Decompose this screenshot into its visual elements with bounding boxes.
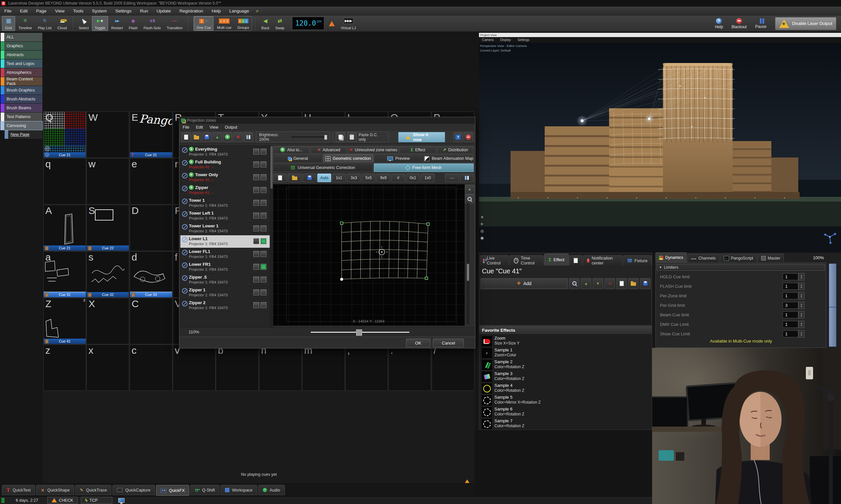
bpm-display[interactable]: 120.0BPM bbox=[292, 17, 324, 30]
eye-icon[interactable]: ◉ bbox=[480, 236, 484, 240]
grid-cell-A[interactable]: ACue 21 bbox=[44, 205, 86, 251]
zone-checkbox-1[interactable] bbox=[253, 264, 259, 270]
zone-checkbox-2[interactable] bbox=[260, 149, 267, 155]
check-button[interactable]: CHECK bbox=[47, 497, 78, 504]
orbit-icon[interactable]: ◎ bbox=[480, 229, 484, 233]
toolbar-button-restart[interactable]: Restart bbox=[109, 16, 125, 31]
mesh-zoom-button[interactable] bbox=[465, 194, 474, 204]
zone-row-zipper-2[interactable]: Zipper 2Projector 1: FB4 15473 bbox=[181, 299, 270, 312]
copy-button[interactable] bbox=[336, 132, 345, 142]
toolbar-button-select[interactable]: Select bbox=[76, 16, 92, 31]
master-slider[interactable] bbox=[829, 264, 836, 347]
quick-tab-quickcapture[interactable]: QuickCapture bbox=[113, 485, 155, 495]
menu-item-view[interactable]: View bbox=[51, 6, 69, 15]
favorite-effect-sample-2[interactable]: Sample 2Color+Rotation Z bbox=[480, 359, 651, 371]
quick-tab-quicktrace[interactable]: QuickTrace bbox=[75, 485, 111, 495]
menu-item-run[interactable]: Run bbox=[136, 6, 152, 15]
favorite-effect-sample-3[interactable]: Sample 3Color+Rotation Z bbox=[480, 371, 651, 382]
add-effect-button[interactable]: +Add bbox=[481, 278, 568, 289]
grid-cell-c[interactable]: c bbox=[130, 344, 172, 391]
zone-checkbox-1[interactable] bbox=[253, 187, 259, 193]
mesh-grid-3x3[interactable]: 3x3 bbox=[347, 174, 361, 182]
zone-disable-icon[interactable] bbox=[182, 147, 188, 153]
grid-cell-Z[interactable]: ZCue 413 bbox=[44, 298, 86, 344]
grid-cell-z[interactable]: z bbox=[44, 344, 86, 391]
mesh-editor-canvas[interactable] bbox=[273, 184, 465, 326]
virtual-lj-button[interactable]: Virtual LJ bbox=[338, 16, 358, 31]
zone-checkbox-2[interactable] bbox=[260, 200, 267, 206]
tab-document[interactable] bbox=[569, 255, 582, 266]
zone-checkbox-2[interactable] bbox=[260, 251, 267, 257]
zone-disable-icon[interactable] bbox=[182, 263, 188, 268]
limiter-value-input[interactable]: 1 bbox=[783, 311, 798, 318]
mesh-grid-9x9[interactable]: 9x9 bbox=[377, 174, 390, 182]
grid-cell-D[interactable]: D bbox=[130, 205, 172, 251]
sidebar-item-brush-beams[interactable]: Brush Beams bbox=[1, 104, 42, 112]
zone-checkbox-1[interactable] bbox=[253, 276, 259, 283]
favorite-effect-sample-6[interactable]: Sample 6Color+Rotation Z bbox=[480, 406, 651, 418]
dialog-menu-view[interactable]: View bbox=[206, 125, 222, 130]
new-effect-button[interactable] bbox=[616, 278, 627, 289]
tab-time-control[interactable]: Time Control bbox=[510, 255, 544, 266]
grid-cell-w[interactable]: w bbox=[86, 158, 129, 204]
zone-checkbox-2[interactable] bbox=[260, 226, 267, 231]
zone-row-tower-only[interactable]: Tower OnlyProjector 41: -- bbox=[181, 171, 270, 184]
zone-disable-icon[interactable] bbox=[182, 275, 188, 281]
tab-dynamics[interactable]: Dynamics bbox=[655, 252, 687, 263]
toolbar-button-transition[interactable]: Transition bbox=[164, 16, 185, 31]
zone-disable-icon[interactable] bbox=[182, 250, 188, 255]
favorite-effect-sample-7[interactable]: Sample 7Color+Rotation Z bbox=[480, 418, 651, 430]
grid-cell-E[interactable]: EPangoCue 31 bbox=[130, 111, 172, 158]
paste-button[interactable] bbox=[347, 132, 357, 142]
zone-disable-icon[interactable] bbox=[182, 211, 188, 217]
limiter-value-input[interactable]: 1 bbox=[783, 330, 798, 337]
tab-effect[interactable]: Effect bbox=[399, 146, 436, 154]
dialog-help-button[interactable] bbox=[453, 132, 463, 142]
zone-checkbox-2[interactable] bbox=[260, 276, 267, 283]
grid-cell-b[interactable]: b bbox=[216, 344, 259, 391]
quick-tab-q-shift[interactable]: Q-Shift bbox=[190, 485, 220, 495]
zone-disable-icon[interactable] bbox=[182, 173, 188, 179]
limiter-spinner[interactable]: ▲▼ bbox=[798, 292, 805, 300]
tab-advanced[interactable]: Advanced bbox=[310, 146, 347, 154]
show-it-now-button[interactable]: Show it now bbox=[398, 132, 445, 142]
tab-pangoscript[interactable]: PangoScript bbox=[720, 254, 757, 263]
mesh-more-button[interactable] bbox=[445, 174, 459, 182]
mesh-zoom-slider[interactable] bbox=[311, 332, 409, 333]
zone-checkbox-2[interactable] bbox=[260, 302, 267, 308]
zone-checkbox-2[interactable] bbox=[260, 174, 267, 180]
zone-row-tower-left-1[interactable]: Tower Left 1Projector 1: FB4 15473 bbox=[181, 210, 270, 222]
zone-checkbox-1[interactable] bbox=[253, 251, 259, 257]
limiter-spinner[interactable]: ▲▼ bbox=[798, 283, 805, 290]
zone-disable-icon[interactable] bbox=[182, 224, 188, 230]
preview-3d-scene[interactable] bbox=[479, 43, 841, 253]
remote-display-icon[interactable] bbox=[118, 498, 124, 503]
mesh-panes-button[interactable] bbox=[460, 174, 474, 182]
zone-disable-icon[interactable] bbox=[182, 186, 188, 191]
grid-cell-q[interactable]: q bbox=[44, 158, 86, 204]
project-view-menu-settings[interactable]: Settings bbox=[514, 38, 532, 42]
zone-row-zipper[interactable]: ZipperProjector 41: -- bbox=[181, 184, 270, 197]
menu-item-system[interactable]: System bbox=[88, 6, 111, 15]
cue-label[interactable]: Cue 31 bbox=[44, 292, 86, 297]
cue-label[interactable]: Cue 21 bbox=[44, 246, 86, 251]
grid-cell-n[interactable]: n bbox=[259, 344, 302, 391]
zone-row-zipper-5[interactable]: Zipper .5Projector 1: FB4 15473 bbox=[181, 274, 270, 286]
zone-disable-icon[interactable] bbox=[182, 301, 188, 306]
limiter-spinner[interactable]: ▲▼ bbox=[798, 302, 805, 309]
brightness-slider[interactable] bbox=[291, 137, 327, 138]
move-down-button[interactable] bbox=[593, 278, 603, 289]
tab-preview[interactable]: Preview bbox=[374, 154, 424, 163]
limiter-spinner[interactable]: ▲▼ bbox=[798, 273, 805, 281]
zone-checkbox-2[interactable] bbox=[260, 213, 267, 218]
mesh-grid-1x0[interactable]: 1x0 bbox=[421, 174, 435, 182]
sidebar-item-atmospherics[interactable]: Atmospherics bbox=[1, 68, 42, 77]
toolbar-button-swap[interactable]: Swap bbox=[273, 16, 287, 31]
menu-item-page[interactable]: Page bbox=[32, 6, 51, 15]
grid-cell-W[interactable]: W bbox=[86, 111, 129, 158]
cue-label[interactable]: Cue 22 bbox=[87, 246, 129, 251]
grid-cell-S[interactable]: SCue 22 bbox=[86, 205, 129, 251]
grid-cell-x[interactable]: x bbox=[86, 344, 129, 391]
menu-item-edit[interactable]: Edit bbox=[16, 6, 32, 15]
cue-label[interactable]: Cue 21 bbox=[44, 152, 86, 158]
